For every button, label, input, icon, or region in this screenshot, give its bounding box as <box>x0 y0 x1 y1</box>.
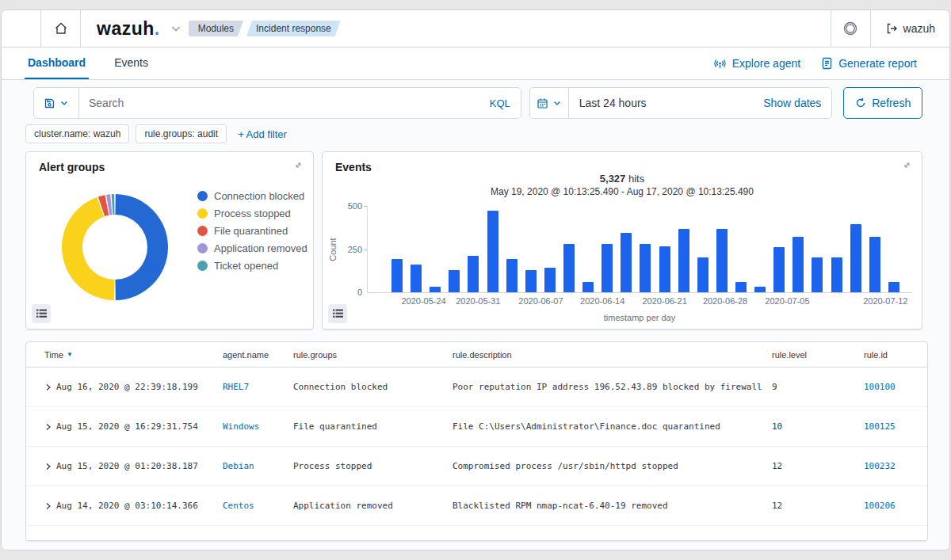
logout-icon <box>885 22 898 35</box>
bar[interactable] <box>697 257 708 292</box>
bar[interactable] <box>735 282 747 292</box>
cell-rule-groups: Process stopped <box>293 461 453 471</box>
bar[interactable] <box>640 244 651 292</box>
donut-slice-connection-blocked[interactable] <box>115 194 168 300</box>
tab-dashboard[interactable]: Dashboard <box>25 48 89 79</box>
bar[interactable] <box>544 268 556 292</box>
x-tick-label: 2020-07-05 <box>765 296 809 306</box>
bar[interactable] <box>487 211 498 292</box>
table-list-icon <box>333 309 343 318</box>
expand-panel-button[interactable] <box>293 160 304 170</box>
generate-report-button[interactable]: Generate report <box>821 57 917 70</box>
alert-groups-donut-chart[interactable] <box>55 188 174 307</box>
bar[interactable] <box>602 244 613 292</box>
tab-events[interactable]: Events <box>111 48 151 79</box>
breadcrumb-modules[interactable]: Modules <box>189 21 243 36</box>
show-table-button[interactable] <box>32 304 51 323</box>
bar[interactable] <box>888 282 899 292</box>
cell-rule-groups: Connection blocked <box>293 382 453 392</box>
column-header-rule-level[interactable]: rule.level <box>772 350 864 360</box>
menu-button[interactable] <box>2 10 40 47</box>
legend-item[interactable]: File quarantined <box>197 225 307 237</box>
top-bar: wazuh. Modules Incident response waz <box>2 10 949 48</box>
expand-row-button[interactable] <box>44 383 52 391</box>
add-filter-button[interactable]: + Add filter <box>238 128 287 140</box>
bar[interactable] <box>430 287 441 292</box>
bar[interactable] <box>525 270 537 292</box>
bar[interactable] <box>812 257 823 292</box>
user-label: wazuh <box>903 22 935 35</box>
legend-label: File quarantined <box>214 225 288 237</box>
time-range-label[interactable]: Last 24 hours <box>569 97 763 109</box>
search-box: KQL <box>33 87 521 119</box>
home-button[interactable] <box>41 10 80 47</box>
bar[interactable] <box>831 257 842 292</box>
home-icon <box>53 21 69 36</box>
bar[interactable] <box>792 237 804 292</box>
legend-item[interactable]: Ticket opened <box>197 260 307 272</box>
table-row: Aug 16, 2020 @ 22:39:18.199RHEL7Connecti… <box>26 368 927 407</box>
logo-chevron-button[interactable] <box>170 22 182 35</box>
column-header-agent-name[interactable]: agent.name <box>223 350 293 360</box>
tab-actions: Explore agent Generate report <box>713 48 949 79</box>
search-input[interactable] <box>79 97 490 109</box>
bar[interactable] <box>411 265 422 292</box>
generate-report-label: Generate report <box>838 57 917 70</box>
cell-agent-link[interactable]: Windows <box>223 421 259 432</box>
chevron-right-icon <box>44 423 52 431</box>
filter-pill-rule-groups[interactable]: rule.groups: audit <box>136 124 227 143</box>
bar[interactable] <box>869 237 880 292</box>
cell-rule-groups: Application removed <box>293 501 453 511</box>
legend-item[interactable]: Connection blocked <box>197 190 307 202</box>
cell-time: Aug 15, 2020 @ 16:29:31.754 <box>56 421 198 432</box>
column-header-rule-id[interactable]: rule.id <box>864 350 927 360</box>
app-circle-button[interactable] <box>831 10 870 47</box>
calendar-button[interactable] <box>530 88 569 118</box>
bar[interactable] <box>621 233 632 292</box>
cell-rule-id-link[interactable]: 100125 <box>864 421 896 432</box>
cell-rule-id-link[interactable]: 100232 <box>864 461 896 471</box>
bar[interactable] <box>754 287 766 292</box>
bar[interactable] <box>506 259 518 292</box>
column-header-rule-description[interactable]: rule.description <box>453 350 772 360</box>
refresh-button[interactable]: Refresh <box>843 87 922 119</box>
show-table-button[interactable] <box>328 304 347 323</box>
bar[interactable] <box>563 244 575 292</box>
expand-row-button[interactable] <box>44 502 52 510</box>
column-header-time[interactable]: Time▼ <box>44 350 223 360</box>
breadcrumb-incident-response: Incident response <box>246 21 341 36</box>
saved-query-button[interactable] <box>34 88 79 118</box>
logout-button[interactable]: wazuh <box>871 10 949 47</box>
kql-button[interactable]: KQL <box>490 97 521 109</box>
explore-agent-button[interactable]: Explore agent <box>713 57 800 70</box>
bar[interactable] <box>678 229 689 292</box>
table-row: Aug 14, 2020 @ 03:10:14.366CentosApplica… <box>26 486 927 526</box>
legend-item[interactable]: Application removed <box>197 242 307 254</box>
cell-agent-link[interactable]: Centos <box>223 501 254 511</box>
cell-rule-id-link[interactable]: 100100 <box>864 382 896 392</box>
filter-pill-cluster[interactable]: cluster.name: wazuh <box>25 124 129 143</box>
cell-time: Aug 16, 2020 @ 22:39:18.199 <box>56 382 198 392</box>
bar[interactable] <box>659 246 670 292</box>
bar[interactable] <box>773 247 785 292</box>
bar[interactable] <box>391 259 403 292</box>
bar[interactable] <box>850 224 861 292</box>
column-header-rule-groups[interactable]: rule.groups <box>293 350 453 360</box>
show-dates-button[interactable]: Show dates <box>763 97 831 109</box>
bar[interactable] <box>716 229 728 292</box>
bar[interactable] <box>582 282 594 292</box>
expand-row-button[interactable] <box>44 423 52 431</box>
x-tick-label: 2020-07-12 <box>863 296 907 306</box>
bar[interactable] <box>468 256 479 292</box>
bar[interactable] <box>449 270 460 292</box>
cell-agent-link[interactable]: Debian <box>223 461 254 471</box>
x-axis-title: timestamp per day <box>367 313 912 322</box>
cell-agent-link[interactable]: RHEL7 <box>223 382 249 392</box>
legend-swatch <box>197 208 208 219</box>
expand-panel-button[interactable] <box>902 160 912 170</box>
legend-item[interactable]: Process stopped <box>197 208 307 219</box>
expand-row-button[interactable] <box>44 463 52 470</box>
y-tick-500: 500 <box>338 201 362 211</box>
donut-slice-ticket-opened[interactable] <box>112 194 115 215</box>
cell-rule-id-link[interactable]: 100206 <box>864 501 896 511</box>
